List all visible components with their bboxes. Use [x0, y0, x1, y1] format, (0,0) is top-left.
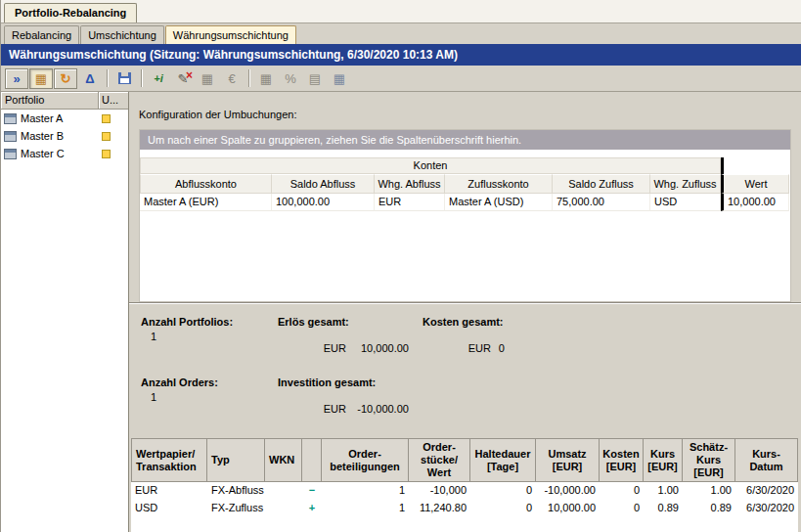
summary-panel: Anzahl Portfolios: Erlös gesamt: Kosten …: [129, 303, 801, 438]
col-kosten[interactable]: Kosten [EUR]: [600, 438, 644, 482]
cell-kosten: 0: [600, 500, 644, 517]
calculator-icon: ▦: [260, 72, 272, 85]
save-button[interactable]: [112, 68, 136, 89]
calculator-button[interactable]: ▦: [254, 68, 278, 89]
cell-wertpapier: EUR: [131, 482, 207, 500]
percent-icon: %: [285, 72, 296, 85]
add-info-icon: +i: [154, 73, 162, 84]
grid-button[interactable]: ▦: [328, 68, 351, 89]
portfolio-name: Master B: [21, 130, 64, 142]
kosten-gesamt-label: Kosten gesamt:: [423, 316, 589, 328]
col-zuflusskonto[interactable]: Zuflusskonto: [445, 174, 553, 194]
portfolio-panel: Portfolio U... Master A Master B: [1, 92, 129, 532]
orders-label: Anzahl Orders:: [141, 377, 278, 388]
col-wert[interactable]: Wert: [721, 174, 789, 194]
cell-kurs-datum: 6/30/2020: [735, 482, 798, 500]
portfolios-label: Anzahl Portfolios:: [141, 316, 278, 328]
konten-band-header[interactable]: Konten: [140, 157, 721, 174]
orders-table-empty-area: [131, 517, 798, 532]
col-typ[interactable]: Typ: [207, 438, 265, 482]
euro-button[interactable]: €: [220, 68, 244, 89]
cell-kosten: 0: [600, 482, 644, 500]
col-abflusskonto[interactable]: Abflusskonto: [140, 174, 272, 194]
col-orderbeteiligungen[interactable]: Order- beteiligungen: [322, 438, 409, 482]
erloes-currency: EUR: [324, 342, 346, 354]
col-saldo-zufluss[interactable]: Saldo Zufluss: [553, 174, 650, 194]
status-indicator: [102, 114, 111, 123]
chart-button[interactable]: ▦: [196, 68, 219, 89]
investition-currency: EUR: [324, 403, 346, 415]
refresh-button[interactable]: ↻: [54, 68, 77, 89]
tab-rebalancing[interactable]: Rebalancing: [4, 25, 79, 44]
expand-button[interactable]: »: [5, 68, 28, 89]
percent-button[interactable]: %: [279, 68, 302, 89]
portfolio-icon: [4, 149, 17, 159]
toolbar: » ▦ ↻ Δ +i ✎ ▦ € ▦ % ▤ ▦: [1, 66, 801, 92]
portfolio-name: Master A: [21, 112, 63, 124]
u-column-header[interactable]: U...: [99, 92, 128, 109]
results-section: Anzahl Portfolios: Erlös gesamt: Kosten …: [129, 302, 801, 532]
portfolio-row-master-c[interactable]: Master C: [1, 145, 128, 162]
config-grid-header: Konten Abflusskonto Saldo Abfluss Whg. A…: [140, 157, 790, 194]
cancel-edit-button[interactable]: ✎: [171, 68, 195, 89]
col-saldo-abfluss[interactable]: Saldo Abfluss: [272, 174, 375, 194]
cell-saldo-abfluss: 100,000.00: [272, 194, 375, 211]
cell-haltedauer: 0: [470, 500, 536, 517]
portfolio-row-master-a[interactable]: Master A: [1, 110, 128, 127]
col-schaetz-kurs[interactable]: Schätz- Kurs [EUR]: [683, 438, 735, 482]
portfolio-panel-header: Portfolio U...: [1, 92, 128, 110]
content-area: Portfolio U... Master A Master B: [1, 92, 801, 532]
config-row[interactable]: Master A (EUR) 100,000.00 EUR Master A (…: [140, 194, 790, 211]
col-wkn[interactable]: WKN: [265, 438, 302, 482]
col-whg-zufluss[interactable]: Whg. Zufluss: [650, 174, 721, 194]
grid-icon: ▦: [334, 72, 345, 85]
main-tab-bar: Portfolio-Rebalancing: [1, 0, 801, 23]
cell-kurs-datum: 6/30/2020: [735, 500, 798, 517]
cell-umsatz: -10,000.00: [536, 482, 600, 500]
col-sign[interactable]: [302, 438, 322, 482]
delta-button[interactable]: Δ: [78, 68, 102, 89]
portfolio-icon: [4, 131, 17, 142]
portfolio-column-header[interactable]: Portfolio: [1, 92, 99, 109]
preview-button[interactable]: ▤: [303, 68, 327, 89]
cell-wkn: [265, 482, 302, 500]
erloes-amount: 10,000.00: [346, 342, 409, 354]
col-kurs[interactable]: Kurs [EUR]: [644, 438, 683, 482]
cell-zuflusskonto: Master A (USD): [445, 194, 553, 211]
grid-edit-icon: ▦: [35, 72, 47, 85]
edit-grid-button[interactable]: ▦: [29, 68, 53, 89]
col-haltedauer[interactable]: Haltedauer [Tage]: [470, 438, 536, 482]
chart-icon: ▦: [201, 72, 213, 85]
portfolio-name: Master C: [21, 148, 65, 159]
add-info-button[interactable]: +i: [147, 68, 170, 89]
cell-wert: 10,000.00: [721, 194, 789, 211]
col-wertpapier-transaktion[interactable]: Wertpapier/ Transaktion: [131, 438, 207, 482]
cell-schaetz-kurs: 0.89: [683, 500, 735, 517]
cell-abflusskonto: Master A (EUR): [140, 194, 272, 211]
cell-wertpapier: USD: [131, 500, 207, 517]
pen-cancel-icon: ✎: [178, 72, 189, 85]
tab-umschichtung[interactable]: Umschichtung: [80, 25, 164, 44]
order-row-eur[interactable]: EUR FX-Abfluss − 1 -10,000 0 -10,000.00 …: [131, 482, 798, 500]
col-orderstuecke-wert[interactable]: Order- stücke/ Wert: [409, 438, 470, 482]
toolbar-separator: [107, 69, 109, 87]
tab-portfolio-rebalancing[interactable]: Portfolio-Rebalancing: [4, 3, 137, 22]
col-umsatz[interactable]: Umsatz [EUR]: [536, 438, 600, 482]
cell-umsatz: 10,000.00: [536, 500, 600, 517]
order-row-usd[interactable]: USD FX-Zufluss + 1 11,240.80 0 10,000.00…: [131, 500, 798, 517]
col-kurs-datum[interactable]: Kurs- Datum: [735, 438, 798, 482]
tab-waehrungsumschichtung[interactable]: Währungsumschichtung: [165, 25, 296, 44]
cell-saldo-zufluss: 75,000.00: [553, 194, 650, 211]
cell-wkn: [265, 500, 302, 517]
cell-orderstuecke: -10,000: [409, 482, 470, 500]
orders-value: 1: [141, 391, 278, 426]
session-title-bar: Währungsumschichtung (Sitzung: Währungsu…: [1, 44, 801, 66]
sub-tab-bar: Rebalancing Umschichtung Währungsumschic…: [1, 23, 801, 44]
groupby-dropzone[interactable]: Um nach einer Spalte zu gruppieren, zieh…: [140, 130, 790, 150]
kosten-currency: EUR: [468, 342, 491, 354]
erloes-value: EUR10,000.00: [278, 331, 423, 366]
cell-kurs: 1.00: [644, 482, 683, 500]
portfolio-row-master-b[interactable]: Master B: [1, 127, 128, 145]
cell-typ: FX-Zufluss: [207, 500, 265, 517]
col-whg-abfluss[interactable]: Whg. Abfluss: [375, 174, 445, 194]
